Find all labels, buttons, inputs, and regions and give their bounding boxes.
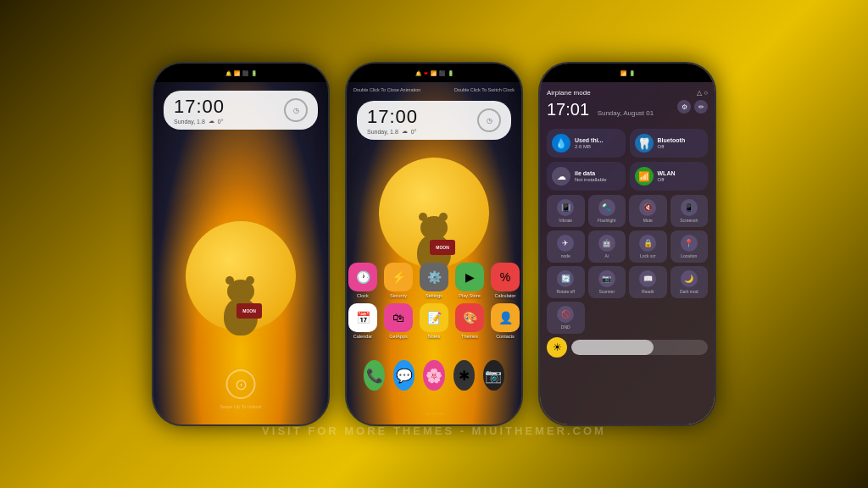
ai-label: Ai — [605, 253, 609, 258]
location-label: Location — [681, 253, 697, 258]
cc-btn-screenshot[interactable]: 📱 Screensh — [670, 195, 709, 227]
moon-scene-1: MOON — [173, 187, 309, 357]
brightness-fill — [571, 340, 654, 355]
lockscreen-label: Lock scr — [640, 253, 656, 258]
cc-tiles-row-2: ☁ ile data Not installable 📶 WLAN Off — [547, 162, 708, 191]
status-bar-1: 🔔📶⬛🔋 — [153, 64, 328, 82]
cc-tile-wlan[interactable]: 📶 WLAN Off — [630, 162, 709, 191]
app-calendar[interactable]: 📅 Calendar — [348, 303, 377, 339]
cc-btn-airplane[interactable]: ✈ node — [547, 230, 585, 263]
rotate-icon: 🔄 — [557, 270, 574, 287]
cc-airplane-label: Airplane mode — [547, 89, 591, 97]
cc-date: Sunday, August 01 — [598, 109, 654, 117]
app-grid: 🕐 Clock ⚡ Security ⚙️ Settings ▶ Play St… — [347, 263, 521, 344]
bear-body: MOON — [224, 297, 258, 336]
bear-sign-1: MOON — [236, 303, 262, 319]
annotation-left: Double Click To Close Animation — [353, 87, 420, 92]
darkmode-icon: 🌙 — [681, 270, 698, 287]
app-playstore[interactable]: ▶ Play Store — [455, 263, 484, 298]
dock-messages[interactable]: 💬 — [393, 360, 415, 391]
watermark-text: VISIT FOR MORE THEMES - MIUITHEMER.COM — [262, 424, 606, 437]
ai-icon: 🤖 — [598, 235, 615, 252]
status-icons-2: 🔔❤📶⬛🔋 — [415, 70, 453, 76]
phone-lockscreen: 🔔📶⬛🔋 17:00 Sunday, 1.8 ☁ 0° ◷ — [152, 62, 330, 426]
cc-btn-lockscreen[interactable]: 🔒 Lock scr — [629, 230, 667, 263]
clock-ring-icon-2: ◷ — [477, 108, 501, 132]
cc-edit-icon[interactable]: ✏ — [694, 100, 708, 114]
dnd-icon: 🚫 — [557, 306, 574, 323]
app-contacts[interactable]: 👤 Contacts — [491, 303, 520, 339]
bear-figure-1: MOON — [215, 276, 266, 336]
cc-btn-reader[interactable]: 📖 Readir — [629, 266, 667, 298]
app-settings[interactable]: ⚙️ Settings — [420, 263, 448, 298]
location-icon: 📍 — [681, 235, 698, 252]
reader-icon: 📖 — [639, 270, 656, 287]
phone-homescreen: 🔔❤📶⬛🔋 Double Click To Close Animation Do… — [345, 62, 523, 426]
clock-time-1: 17:00 — [174, 96, 225, 118]
status-icons-1: 🔔📶⬛🔋 — [225, 70, 257, 76]
cc-data-icon: 💧 — [552, 134, 570, 152]
cc-header-icons: △ ○ — [697, 89, 708, 97]
screenshot-icon: 📱 — [681, 199, 698, 216]
phone-annotation: Double Click To Close Animation Double C… — [347, 87, 521, 92]
dock-camera[interactable]: 📷 — [483, 360, 504, 391]
cc-btn-darkmode[interactable]: 🌙 Dark mod — [670, 266, 709, 298]
status-icons-3: 📶🔋 — [620, 70, 635, 76]
fingerprint-icon[interactable]: ⊙ — [226, 369, 256, 399]
mute-icon: 🔇 — [639, 199, 656, 216]
bear-sign-2: MOON — [430, 240, 455, 255]
brightness-slider[interactable] — [571, 340, 708, 355]
screenshot-label: Screensh — [680, 218, 698, 223]
cc-tile-data-usage[interactable]: 💧 Used thi... 2.6 MB — [547, 129, 626, 158]
cc-btn-location[interactable]: 📍 Location — [670, 230, 709, 263]
clock-time-2: 17:00 — [367, 106, 418, 128]
mute-label: Mute — [643, 218, 653, 223]
app-security[interactable]: ⚡ Security — [384, 263, 413, 298]
cc-btn-scanner[interactable]: 📷 Scanner — [588, 266, 626, 298]
clock-widget-2: 17:00 Sunday, 1.8 ☁ 0° ◷ — [357, 101, 511, 140]
app-calculator[interactable]: % Calculator — [491, 263, 520, 298]
scanner-label: Scanner — [598, 289, 615, 294]
cc-tile-bluetooth[interactable]: 🦷 Bluetooth Off — [630, 129, 709, 158]
darkmode-label: Dark mod — [680, 289, 698, 294]
vibrate-label: Vibrate — [559, 218, 572, 223]
cc-gear-icon[interactable]: ⚙ — [677, 100, 691, 114]
status-bar-3: 📶🔋 — [540, 64, 715, 82]
dock-gallery[interactable]: 🌸 — [423, 360, 444, 391]
sun-icon[interactable]: ☀ — [547, 337, 567, 358]
app-getapps[interactable]: 🛍 GetApps — [384, 303, 413, 339]
cc-mobile-data-icon: ☁ — [552, 167, 570, 186]
cc-btn-rotate[interactable]: 🔄 Rotate off — [547, 266, 585, 298]
app-dock: 📞 💬 🌸 ✱ 📷 — [347, 360, 521, 391]
status-bar-2: 🔔❤📶⬛🔋 — [347, 64, 521, 82]
swipe-hint-1: Swipe Up To Unlock — [220, 404, 261, 409]
cc-tile-mobile-data[interactable]: ☁ ile data Not installable — [547, 162, 626, 191]
cc-header: Airplane mode △ ○ — [547, 89, 708, 97]
cc-btn-vibrate[interactable]: 📳 Vibrate — [547, 195, 585, 227]
dnd-label: DND — [561, 324, 570, 330]
app-clock[interactable]: 🕐 Clock — [348, 263, 377, 298]
cc-btn-flashlight[interactable]: 🔦 Flashlight — [588, 195, 626, 227]
app-notes[interactable]: 📝 Notes — [420, 303, 448, 339]
airplane-label: node — [561, 253, 570, 258]
reader-label: Readir — [642, 289, 654, 294]
clock-ring-icon: ◷ — [284, 98, 308, 122]
clock-date-1: Sunday, 1.8 ☁ 0° — [174, 118, 225, 125]
annotation-right: Double Click To Switch Clock — [454, 87, 515, 92]
clock-widget-1: 17:00 Sunday, 1.8 ☁ 0° ◷ — [164, 91, 318, 130]
cc-btn-dnd[interactable]: 🚫 DND — [547, 302, 585, 334]
cc-data-text: Used thi... 2.6 MB — [575, 136, 603, 151]
cc-btn-mute[interactable]: 🔇 Mute — [629, 195, 667, 227]
dock-phone[interactable]: 📞 — [364, 360, 385, 391]
cc-tiles-row-1: 💧 Used thi... 2.6 MB 🦷 Bluetooth Off — [547, 129, 708, 158]
cc-mobile-text: ile data Not installable — [575, 169, 607, 184]
dock-appvault[interactable]: ✱ — [453, 360, 475, 391]
vibrate-icon: 📳 — [557, 199, 574, 216]
phone-controlcenter: 📶🔋 Airplane mode △ ○ 17:01 Sunday, Augus… — [538, 62, 716, 426]
app-themes[interactable]: 🎨 Themes — [455, 303, 484, 339]
airplane-icon: ✈ — [557, 235, 574, 252]
rotate-label: Rotate off — [556, 289, 575, 294]
cc-btn-ai[interactable]: 🤖 Ai — [588, 230, 626, 263]
control-center: Airplane mode △ ○ 17:01 Sunday, August 0… — [540, 82, 715, 424]
flashlight-icon: 🔦 — [598, 199, 615, 216]
